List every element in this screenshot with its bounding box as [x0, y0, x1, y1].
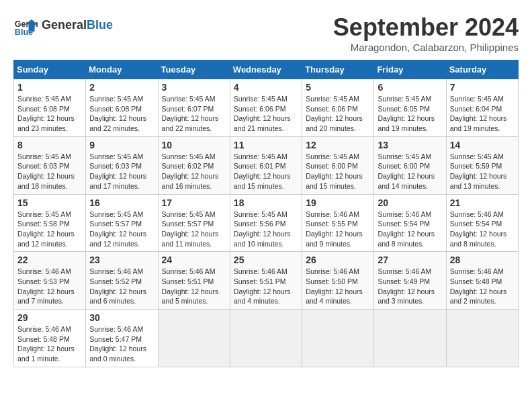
day-info: Sunrise: 5:45 AM Sunset: 6:03 PM Dayligh…: [89, 152, 154, 191]
week-row-1: 1Sunrise: 5:45 AM Sunset: 6:08 PM Daylig…: [14, 79, 519, 137]
day-cell-10: 10Sunrise: 5:45 AM Sunset: 6:02 PM Dayli…: [158, 136, 230, 194]
day-cell-17: 17Sunrise: 5:45 AM Sunset: 5:57 PM Dayli…: [158, 194, 230, 252]
day-info: Sunrise: 5:45 AM Sunset: 6:04 PM Dayligh…: [450, 94, 515, 134]
day-info: Sunrise: 5:46 AM Sunset: 5:49 PM Dayligh…: [378, 267, 442, 306]
day-info: Sunrise: 5:46 AM Sunset: 5:48 PM Dayligh…: [17, 324, 82, 364]
day-number: 3: [162, 82, 226, 93]
day-number: 15: [17, 197, 82, 208]
day-info: Sunrise: 5:46 AM Sunset: 5:54 PM Dayligh…: [378, 210, 442, 249]
day-number: 6: [378, 82, 442, 93]
day-info: Sunrise: 5:46 AM Sunset: 5:52 PM Dayligh…: [89, 267, 154, 306]
day-cell-13: 13Sunrise: 5:45 AM Sunset: 6:00 PM Dayli…: [374, 136, 446, 194]
day-info: Sunrise: 5:45 AM Sunset: 5:57 PM Dayligh…: [89, 210, 154, 249]
day-number: 30: [89, 312, 154, 323]
day-number: 13: [378, 140, 442, 150]
title-block: September 2024 Maragondon, Calabarzon, P…: [333, 13, 519, 53]
week-row-5: 29Sunrise: 5:46 AM Sunset: 5:48 PM Dayli…: [14, 310, 519, 367]
day-info: Sunrise: 5:45 AM Sunset: 6:01 PM Dayligh…: [234, 152, 298, 191]
header-sunday: Sunday: [14, 60, 86, 79]
day-cell-30: 30Sunrise: 5:46 AM Sunset: 5:47 PM Dayli…: [86, 310, 158, 367]
day-info: Sunrise: 5:45 AM Sunset: 5:57 PM Dayligh…: [162, 210, 226, 249]
day-number: 8: [17, 140, 82, 150]
day-cell-1: 1Sunrise: 5:45 AM Sunset: 6:08 PM Daylig…: [14, 79, 86, 137]
day-info: Sunrise: 5:45 AM Sunset: 6:06 PM Dayligh…: [306, 94, 370, 134]
day-info: Sunrise: 5:45 AM Sunset: 6:08 PM Dayligh…: [89, 94, 154, 134]
day-cell-22: 22Sunrise: 5:46 AM Sunset: 5:53 PM Dayli…: [14, 252, 86, 310]
day-info: Sunrise: 5:46 AM Sunset: 5:48 PM Dayligh…: [450, 267, 515, 306]
day-info: Sunrise: 5:45 AM Sunset: 6:06 PM Dayligh…: [234, 94, 298, 134]
day-cell-6: 6Sunrise: 5:45 AM Sunset: 6:05 PM Daylig…: [374, 79, 446, 137]
day-number: 26: [306, 255, 370, 265]
header-saturday: Saturday: [446, 60, 518, 79]
day-info: Sunrise: 5:45 AM Sunset: 5:58 PM Dayligh…: [17, 210, 82, 249]
day-cell-5: 5Sunrise: 5:45 AM Sunset: 6:06 PM Daylig…: [302, 79, 374, 137]
location: Maragondon, Calabarzon, Philippines: [333, 42, 519, 53]
week-row-4: 22Sunrise: 5:46 AM Sunset: 5:53 PM Dayli…: [14, 252, 519, 310]
day-info: Sunrise: 5:46 AM Sunset: 5:54 PM Dayligh…: [450, 210, 515, 249]
day-number: 20: [378, 197, 442, 208]
day-cell-11: 11Sunrise: 5:45 AM Sunset: 6:01 PM Dayli…: [230, 136, 302, 194]
day-info: Sunrise: 5:45 AM Sunset: 6:00 PM Dayligh…: [378, 152, 442, 191]
day-number: 18: [234, 197, 298, 208]
day-number: 23: [89, 255, 154, 265]
day-number: 10: [162, 140, 226, 150]
calendar-header-row: SundayMondayTuesdayWednesdayThursdayFrid…: [14, 60, 519, 79]
day-cell-4: 4Sunrise: 5:45 AM Sunset: 6:06 PM Daylig…: [230, 79, 302, 137]
header-thursday: Thursday: [302, 60, 374, 79]
day-info: Sunrise: 5:46 AM Sunset: 5:50 PM Dayligh…: [306, 267, 370, 306]
day-number: 9: [89, 140, 154, 150]
day-cell-12: 12Sunrise: 5:45 AM Sunset: 6:00 PM Dayli…: [302, 136, 374, 194]
day-cell-21: 21Sunrise: 5:46 AM Sunset: 5:54 PM Dayli…: [446, 194, 518, 252]
day-cell-20: 20Sunrise: 5:46 AM Sunset: 5:54 PM Dayli…: [374, 194, 446, 252]
day-cell-29: 29Sunrise: 5:46 AM Sunset: 5:48 PM Dayli…: [14, 310, 86, 367]
day-number: 7: [450, 82, 515, 93]
day-cell-3: 3Sunrise: 5:45 AM Sunset: 6:07 PM Daylig…: [158, 79, 230, 137]
header-tuesday: Tuesday: [158, 60, 230, 79]
day-number: 16: [89, 197, 154, 208]
logo: General Blue GeneralBlue: [13, 13, 113, 38]
day-number: 25: [234, 255, 298, 265]
day-number: 2: [89, 82, 154, 93]
day-number: 12: [306, 140, 370, 150]
day-number: 14: [450, 140, 515, 150]
day-cell-8: 8Sunrise: 5:45 AM Sunset: 6:03 PM Daylig…: [14, 136, 86, 194]
day-cell-14: 14Sunrise: 5:45 AM Sunset: 5:59 PM Dayli…: [446, 136, 518, 194]
day-cell-28: 28Sunrise: 5:46 AM Sunset: 5:48 PM Dayli…: [446, 252, 518, 310]
day-info: Sunrise: 5:45 AM Sunset: 6:08 PM Dayligh…: [17, 94, 82, 134]
day-cell-2: 2Sunrise: 5:45 AM Sunset: 6:08 PM Daylig…: [86, 79, 158, 137]
day-cell-7: 7Sunrise: 5:45 AM Sunset: 6:04 PM Daylig…: [446, 79, 518, 137]
day-info: Sunrise: 5:45 AM Sunset: 6:00 PM Dayligh…: [306, 152, 370, 191]
logo-text: GeneralBlue: [42, 19, 113, 32]
header-monday: Monday: [86, 60, 158, 79]
page-header: General Blue GeneralBlue September 2024 …: [13, 13, 519, 53]
empty-cell: [374, 310, 446, 367]
day-info: Sunrise: 5:45 AM Sunset: 6:03 PM Dayligh…: [17, 152, 82, 191]
day-number: 29: [17, 312, 82, 323]
empty-cell: [302, 310, 374, 367]
header-wednesday: Wednesday: [230, 60, 302, 79]
day-number: 28: [450, 255, 515, 265]
week-row-3: 15Sunrise: 5:45 AM Sunset: 5:58 PM Dayli…: [14, 194, 519, 252]
day-info: Sunrise: 5:45 AM Sunset: 5:56 PM Dayligh…: [234, 210, 298, 249]
day-cell-25: 25Sunrise: 5:46 AM Sunset: 5:51 PM Dayli…: [230, 252, 302, 310]
day-cell-24: 24Sunrise: 5:46 AM Sunset: 5:51 PM Dayli…: [158, 252, 230, 310]
day-number: 17: [162, 197, 226, 208]
week-row-2: 8Sunrise: 5:45 AM Sunset: 6:03 PM Daylig…: [14, 136, 519, 194]
empty-cell: [158, 310, 230, 367]
day-info: Sunrise: 5:46 AM Sunset: 5:55 PM Dayligh…: [306, 210, 370, 249]
header-friday: Friday: [374, 60, 446, 79]
day-cell-16: 16Sunrise: 5:45 AM Sunset: 5:57 PM Dayli…: [86, 194, 158, 252]
day-cell-26: 26Sunrise: 5:46 AM Sunset: 5:50 PM Dayli…: [302, 252, 374, 310]
day-number: 19: [306, 197, 370, 208]
empty-cell: [446, 310, 518, 367]
empty-cell: [230, 310, 302, 367]
day-number: 11: [234, 140, 298, 150]
day-number: 1: [17, 82, 82, 93]
day-info: Sunrise: 5:45 AM Sunset: 5:59 PM Dayligh…: [450, 152, 515, 191]
month-title: September 2024: [333, 13, 519, 42]
day-number: 4: [234, 82, 298, 93]
day-number: 21: [450, 197, 515, 208]
day-number: 27: [378, 255, 442, 265]
day-cell-18: 18Sunrise: 5:45 AM Sunset: 5:56 PM Dayli…: [230, 194, 302, 252]
day-cell-23: 23Sunrise: 5:46 AM Sunset: 5:52 PM Dayli…: [86, 252, 158, 310]
